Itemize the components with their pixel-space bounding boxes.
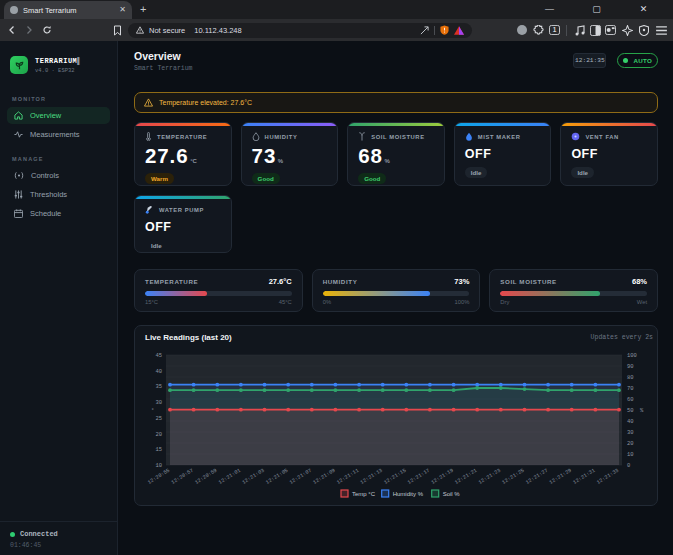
- svg-text:12:21:19: 12:21:19: [430, 468, 454, 486]
- svg-text:30: 30: [627, 429, 634, 436]
- svg-text:10: 10: [155, 462, 162, 469]
- svg-text:12:20:59: 12:20:59: [194, 468, 218, 486]
- svg-text:12:21:21: 12:21:21: [454, 468, 478, 486]
- svg-text:70: 70: [627, 385, 634, 392]
- svg-text:80: 80: [627, 374, 634, 381]
- svg-text:12:21:09: 12:21:09: [312, 468, 336, 486]
- svg-text:15: 15: [155, 446, 162, 453]
- svg-text:20: 20: [155, 431, 162, 438]
- svg-text:Temp °C: Temp °C: [352, 491, 376, 497]
- svg-text:12:20:55: 12:20:55: [147, 468, 171, 486]
- svg-text:°: °: [151, 407, 154, 414]
- svg-text:12:21:11: 12:21:11: [336, 468, 360, 486]
- svg-text:0: 0: [627, 462, 630, 469]
- svg-text:12:20:57: 12:20:57: [170, 468, 194, 486]
- svg-text:20: 20: [627, 440, 634, 447]
- svg-text:12:21:23: 12:21:23: [478, 468, 502, 486]
- svg-text:Soil %: Soil %: [443, 491, 461, 497]
- svg-text:30: 30: [155, 399, 162, 406]
- svg-text:12:21:29: 12:21:29: [548, 468, 572, 486]
- svg-text:40: 40: [627, 418, 634, 425]
- svg-text:12:21:03: 12:21:03: [241, 468, 265, 486]
- svg-text:12:21:31: 12:21:31: [572, 468, 596, 486]
- svg-text:60: 60: [627, 396, 634, 403]
- svg-text:90: 90: [627, 363, 634, 370]
- svg-text:12:21:33: 12:21:33: [596, 468, 620, 486]
- svg-text:45: 45: [155, 352, 162, 359]
- svg-text:35: 35: [155, 383, 162, 390]
- svg-text:40: 40: [155, 368, 162, 375]
- svg-text:Humidity %: Humidity %: [393, 491, 424, 497]
- svg-text:12:21:15: 12:21:15: [383, 468, 407, 486]
- svg-text:12:21:07: 12:21:07: [289, 468, 313, 486]
- svg-text:100: 100: [627, 352, 637, 359]
- svg-text:10: 10: [627, 451, 634, 458]
- svg-text:12:21:27: 12:21:27: [525, 468, 549, 486]
- svg-text:12:21:25: 12:21:25: [501, 468, 525, 486]
- svg-text:1: 1: [552, 26, 556, 33]
- svg-text:12:21:13: 12:21:13: [359, 468, 383, 486]
- svg-text:12:21:17: 12:21:17: [407, 468, 431, 486]
- svg-text:12:21:05: 12:21:05: [265, 468, 289, 486]
- svg-text:50: 50: [627, 407, 634, 414]
- svg-text:%: %: [640, 407, 644, 414]
- svg-text:25: 25: [155, 415, 162, 422]
- svg-text:12:21:01: 12:21:01: [218, 468, 242, 486]
